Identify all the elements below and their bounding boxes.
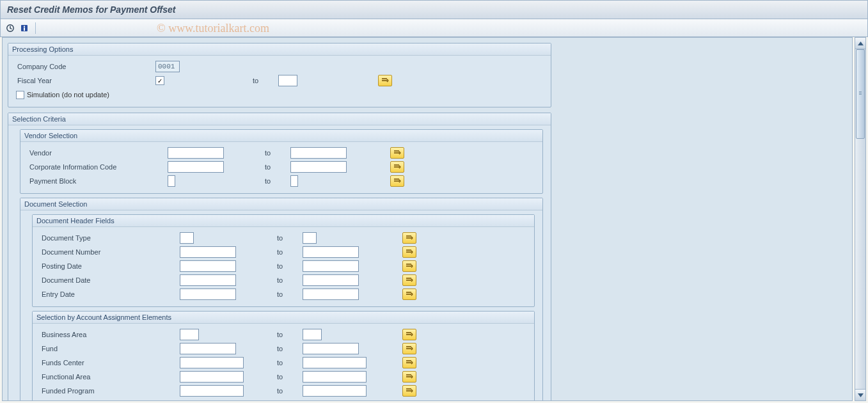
field-label: Funds Center (40, 359, 180, 367)
group-selection-criteria: Selection Criteria Vendor Selection Vend… (8, 113, 551, 401)
from-input[interactable] (180, 371, 244, 383)
field-row: Payment Blockto (28, 174, 537, 188)
field-row: Corporate Information Codeto (28, 160, 537, 174)
row-company-code: Company Code (16, 59, 546, 74)
to-input[interactable] (303, 357, 367, 368)
group-document-selection: Document Selection Document Header Field… (20, 198, 543, 401)
group-title: Processing Options (8, 43, 551, 56)
to-label: to (277, 359, 303, 367)
multi-select-button[interactable] (402, 288, 416, 300)
group-title: Selection by Account Assignment Elements (33, 312, 534, 324)
to-label: to (277, 345, 303, 352)
to-label: to (265, 149, 290, 157)
to-label: to (277, 276, 303, 284)
vertical-scrollbar[interactable] (855, 37, 866, 401)
group-document-header-fields: Document Header Fields Document TypetoDo… (32, 214, 535, 307)
execute-icon[interactable] (4, 22, 16, 34)
field-row: Entry Dateto (40, 287, 529, 301)
group-body: Document TypetoDocument NumbertoPosting … (33, 227, 534, 306)
simulation-checkbox[interactable] (16, 91, 24, 99)
to-input[interactable] (303, 385, 367, 397)
fiscal-year-to-input[interactable] (278, 75, 297, 86)
from-input[interactable] (168, 147, 224, 159)
multi-select-button[interactable] (402, 260, 416, 272)
to-input[interactable] (303, 260, 359, 272)
label-simulation: Simulation (do not update) (27, 91, 109, 99)
to-input[interactable] (303, 343, 359, 354)
to-input[interactable] (303, 288, 359, 300)
group-processing-options: Processing Options Company Code Fiscal Y… (8, 43, 551, 107)
info-icon[interactable] (19, 22, 30, 34)
from-input[interactable] (180, 343, 236, 354)
to-input[interactable] (303, 232, 317, 244)
multi-select-button[interactable] (402, 329, 416, 340)
to-input[interactable] (303, 371, 367, 383)
scroll-track[interactable] (855, 49, 865, 389)
to-label: to (277, 373, 303, 381)
from-input[interactable] (180, 232, 194, 244)
to-input[interactable] (303, 274, 359, 286)
from-input[interactable] (168, 161, 224, 173)
label-fiscal-year: Fiscal Year (16, 77, 155, 84)
field-label: Funded Program (40, 387, 180, 395)
group-body: VendortoCorporate Information CodetoPaym… (20, 142, 542, 193)
field-row: Business Areato (40, 328, 529, 342)
scroll-up-button[interactable] (855, 38, 865, 49)
field-row: Document Numberto (40, 245, 529, 259)
field-label: Vendor (28, 149, 168, 157)
multi-select-button[interactable] (390, 161, 404, 173)
to-input[interactable] (290, 175, 298, 187)
from-input[interactable] (180, 385, 244, 397)
multi-select-button[interactable] (390, 147, 404, 159)
to-label: to (277, 290, 303, 298)
from-input[interactable] (180, 357, 244, 368)
field-row: Functional Areato (40, 370, 529, 384)
to-input[interactable] (303, 329, 322, 340)
from-input[interactable] (180, 329, 199, 340)
field-label: Payment Block (28, 177, 168, 185)
field-row: Posting Dateto (40, 259, 529, 273)
group-vendor-selection: Vendor Selection VendortoCorporate Infor… (20, 129, 543, 194)
title-bar: Reset Credit Memos for Payment Offset (0, 0, 868, 19)
multi-select-button[interactable] (390, 175, 404, 187)
multi-select-button[interactable] (402, 385, 416, 397)
multi-select-button[interactable] (402, 357, 416, 368)
multi-select-button[interactable] (402, 343, 416, 354)
from-input[interactable] (180, 288, 236, 300)
multi-select-button[interactable] (402, 371, 416, 383)
scroll-down-button[interactable] (855, 389, 865, 400)
company-code-input[interactable] (155, 61, 180, 72)
to-label: to (277, 248, 303, 256)
from-input[interactable] (168, 175, 175, 187)
multi-select-button[interactable] (402, 246, 416, 258)
group-title: Document Header Fields (33, 215, 534, 227)
from-input[interactable] (180, 246, 236, 258)
field-label: Document Number (40, 248, 180, 256)
multi-select-button[interactable] (402, 274, 416, 286)
group-title: Vendor Selection (20, 130, 542, 142)
from-input[interactable] (180, 274, 236, 286)
multi-select-button[interactable] (378, 75, 392, 86)
to-label: to (265, 163, 290, 171)
field-label: Document Type (40, 234, 180, 242)
field-row: Funds Centerto (40, 356, 529, 370)
to-input[interactable] (290, 161, 347, 173)
field-label: Corporate Information Code (28, 163, 168, 171)
field-row: Fundto (40, 342, 529, 356)
scroll-thumb[interactable] (856, 49, 865, 139)
row-simulation: Simulation (do not update) (16, 88, 546, 102)
fiscal-year-from-checkbox[interactable]: ✓ (155, 76, 164, 85)
field-row: Funded Programto (40, 384, 529, 398)
to-label: to (265, 177, 290, 185)
page-title: Reset Credit Memos for Payment Offset (7, 4, 175, 15)
group-body: Business AreatoFundtoFunds CentertoFunct… (33, 324, 534, 401)
to-input[interactable] (303, 246, 359, 258)
field-row: Document Dateto (40, 273, 529, 287)
field-label: Posting Date (40, 262, 180, 270)
to-label: to (277, 262, 303, 270)
multi-select-button[interactable] (402, 232, 416, 244)
to-input[interactable] (290, 147, 347, 159)
from-input[interactable] (180, 260, 236, 272)
group-title: Selection Criteria (8, 113, 551, 125)
to-label: to (277, 331, 303, 338)
